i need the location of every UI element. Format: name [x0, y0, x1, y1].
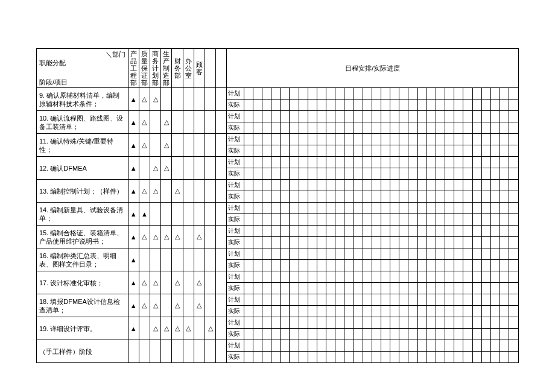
schedule-cell	[344, 168, 354, 180]
schedule-cell	[344, 340, 354, 352]
schedule-cell	[271, 340, 281, 352]
mark-cell	[128, 340, 139, 363]
schedule-cell	[290, 214, 299, 226]
dept-header: 顾客	[194, 49, 205, 88]
schedule-cell	[427, 214, 436, 226]
schedule-cell	[408, 329, 417, 340]
schedule-cell	[454, 237, 463, 248]
schedule-cell	[417, 214, 427, 226]
schedule-cell	[445, 111, 454, 122]
schedule-cell	[290, 111, 299, 122]
task-cell: 17. 设计标准化审核；	[37, 271, 128, 294]
schedule-cell	[262, 191, 271, 203]
schedule-cell	[290, 306, 299, 317]
schedule-cell	[344, 145, 354, 157]
schedule-cell	[290, 203, 299, 214]
schedule-cell	[281, 100, 290, 111]
schedule-cell	[454, 180, 463, 191]
mark-cell	[161, 271, 172, 294]
schedule-cell	[472, 145, 481, 157]
schedule-cell	[290, 271, 299, 283]
table-header: ＼部门 职能分配 阶段/项目 产品工程部 质量保证部 商务计划部 生产制造部 财…	[37, 49, 519, 88]
schedule-cell	[326, 237, 335, 248]
schedule-cell	[454, 248, 463, 260]
schedule-cell	[281, 329, 290, 340]
schedule-cell	[436, 214, 445, 226]
schedule-cell	[481, 203, 490, 214]
schedule-cell	[427, 329, 436, 340]
mark-cell	[150, 340, 161, 363]
schedule-cell	[427, 352, 436, 363]
schedule-cell	[454, 168, 463, 180]
schedule-cell	[445, 214, 454, 226]
schedule-cell	[262, 306, 271, 317]
schedule-cell	[481, 145, 490, 157]
schedule-cell	[390, 329, 399, 340]
mark-cell: △	[139, 88, 150, 111]
dept-header: 财务部	[172, 49, 183, 88]
schedule-cell	[354, 271, 363, 283]
schedule-cell	[308, 271, 317, 283]
schedule-cell	[299, 226, 308, 237]
schedule-cell	[417, 134, 427, 145]
schedule-cell	[317, 340, 326, 352]
schedule-cell	[445, 340, 454, 352]
schedule-cell	[262, 168, 271, 180]
schedule-cell	[253, 294, 262, 306]
mark-cell: ▲	[128, 294, 139, 317]
schedule-cell	[490, 283, 500, 294]
schedule-cell	[326, 168, 335, 180]
schedule-cell	[381, 329, 390, 340]
schedule-cell	[381, 306, 390, 317]
schedule-cell	[262, 352, 271, 363]
schedule-cell	[271, 294, 281, 306]
schedule-cell	[344, 157, 354, 168]
schedule-cell	[481, 260, 490, 271]
schedule-cell	[427, 237, 436, 248]
table-row: 17. 设计标准化审核；▲△△△△计划	[37, 271, 519, 283]
schedule-cell	[354, 134, 363, 145]
task-cell: 16. 编制种类汇总表、明细表、图样文件目录；	[37, 248, 128, 271]
schedule-cell	[344, 122, 354, 134]
dept-header: 办公室	[183, 49, 194, 88]
schedule-cell	[308, 340, 317, 352]
schedule-cell	[244, 145, 253, 157]
schedule-cell	[253, 145, 262, 157]
schedule-cell	[436, 180, 445, 191]
schedule-cell	[454, 317, 463, 329]
actual-label-cell: 实际	[227, 191, 244, 203]
schedule-cell	[299, 306, 308, 317]
mark-cell: △	[172, 271, 183, 294]
schedule-cell	[281, 306, 290, 317]
schedule-cell	[299, 191, 308, 203]
schedule-cell	[281, 214, 290, 226]
schedule-cell	[399, 340, 408, 352]
schedule-cell	[317, 306, 326, 317]
schedule-cell	[299, 111, 308, 122]
schedule-cell	[417, 168, 427, 180]
schedule-cell	[244, 317, 253, 329]
schedule-cell	[354, 145, 363, 157]
mark-cell	[205, 88, 215, 111]
schedule-cell	[417, 294, 427, 306]
schedule-cell	[436, 306, 445, 317]
schedule-cell	[308, 88, 317, 100]
table-row: 14. 编制新量具、试验设备清单；▲▲计划	[37, 203, 519, 214]
mark-cell	[172, 203, 183, 226]
mark-cell: ▲	[128, 248, 139, 271]
schedule-cell	[244, 111, 253, 122]
schedule-cell	[335, 248, 344, 260]
schedule-cell	[390, 100, 399, 111]
schedule-cell	[372, 88, 381, 100]
schedule-cell	[335, 271, 344, 283]
mark-cell	[183, 180, 194, 203]
schedule-cell	[454, 271, 463, 283]
schedule-cell	[408, 237, 417, 248]
schedule-cell	[299, 271, 308, 283]
schedule-cell	[490, 248, 500, 260]
mark-cell: △	[161, 134, 172, 157]
schedule-cell	[509, 294, 519, 306]
mark-cell	[216, 340, 227, 363]
schedule-cell	[436, 248, 445, 260]
schedule-cell	[262, 317, 271, 329]
